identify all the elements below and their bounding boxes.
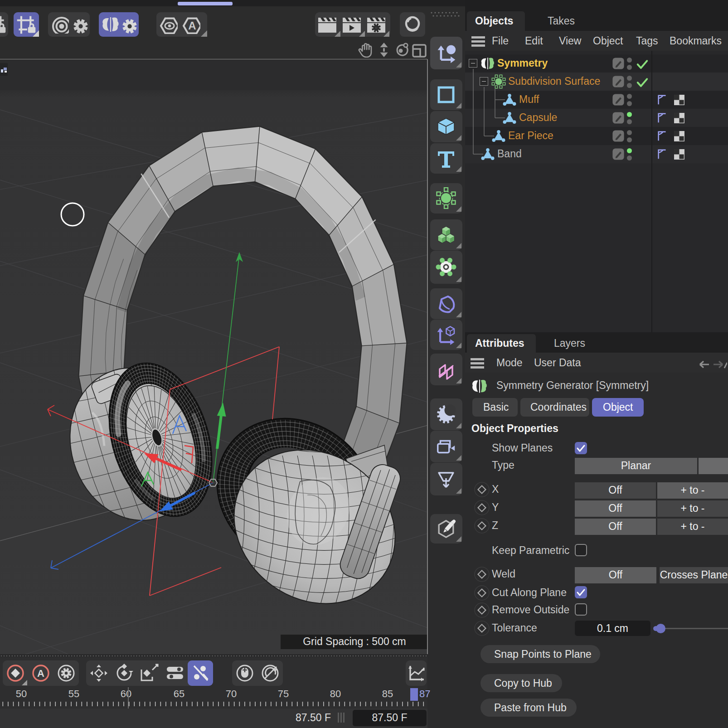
svg-text:A: A (188, 19, 196, 32)
svg-text:Grid Spacing : 500 cm: Grid Spacing : 500 cm (303, 636, 406, 647)
svg-text:A: A (37, 668, 44, 679)
